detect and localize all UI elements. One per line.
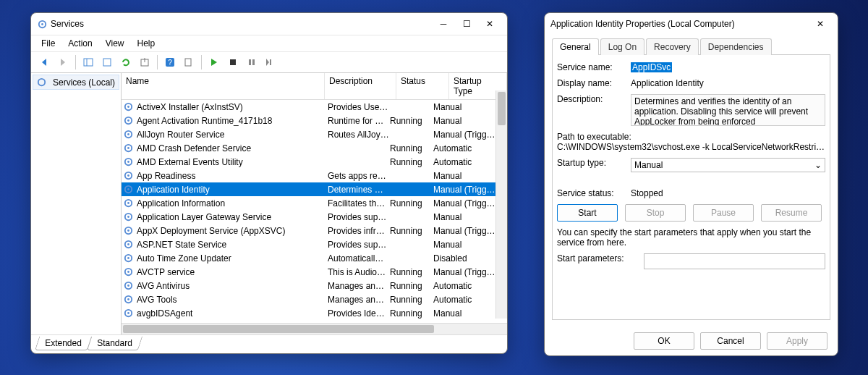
cell-name: Auto Time Zone Updater <box>137 253 328 264</box>
export-button[interactable] <box>136 54 153 71</box>
svg-rect-9 <box>252 59 255 65</box>
cell-description: Facilitates th… <box>328 198 390 208</box>
gear-icon <box>123 308 134 319</box>
start-button[interactable]: Start <box>557 204 618 222</box>
service-row[interactable]: AMD External Events UtilityRunningAutoma… <box>122 155 507 169</box>
restart-service-button[interactable] <box>262 54 279 71</box>
svg-rect-8 <box>249 59 251 65</box>
label-path: Path to executable: <box>557 132 825 142</box>
col-name[interactable]: Name <box>122 73 325 99</box>
gear-icon <box>123 129 134 140</box>
service-row[interactable]: AllJoyn Router ServiceRoutes AllJoy…Manu… <box>122 127 507 141</box>
tab-logon[interactable]: Log On <box>600 38 644 55</box>
cell-status: Running <box>390 157 433 167</box>
service-row[interactable]: Application InformationFacilitates th…Ru… <box>122 196 507 210</box>
col-status[interactable]: Status <box>396 73 449 99</box>
tab-standard[interactable]: Standard <box>87 337 142 350</box>
col-description[interactable]: Description <box>325 73 396 99</box>
svg-rect-4 <box>103 59 111 66</box>
label-start-params: Start parameters: <box>557 253 637 264</box>
cell-name: AVG Antivirus <box>137 281 328 291</box>
rows: ActiveX Installer (AxInstSV)Provides Use… <box>122 100 507 323</box>
svg-point-39 <box>127 285 129 287</box>
service-row[interactable]: avgbIDSAgentProvides Ide…RunningManual <box>122 306 507 320</box>
cell-description: Determines … <box>328 185 390 195</box>
service-row[interactable]: Auto Time Zone UpdaterAutomaticall…Disab… <box>122 251 507 265</box>
scroll-thumb[interactable] <box>498 92 506 125</box>
pause-button: Pause <box>693 204 754 222</box>
value-service-name[interactable]: AppIDSvc <box>631 62 672 72</box>
service-row[interactable]: Application Layer Gateway ServiceProvide… <box>122 210 507 224</box>
cell-description: Provides Ide… <box>328 308 390 319</box>
cell-startup: Manual <box>433 102 506 112</box>
close-button[interactable]: ✕ <box>809 15 832 33</box>
select-value: Manual <box>634 160 663 170</box>
service-row[interactable]: ActiveX Installer (AxInstSV)Provides Use… <box>122 100 507 114</box>
close-button[interactable]: ✕ <box>478 15 501 33</box>
cell-name: AVCTP service <box>137 267 328 277</box>
back-button[interactable] <box>35 54 53 71</box>
props-titlebar[interactable]: Application Identity Properties (Local C… <box>545 13 838 35</box>
tab-label: Standard <box>97 338 132 348</box>
service-row[interactable]: AVG AntivirusManages an…RunningAutomatic <box>122 279 507 292</box>
props-title: Application Identity Properties (Local C… <box>550 19 809 29</box>
services-title: Services <box>51 19 432 29</box>
tab-label: Extended <box>45 338 82 348</box>
service-row[interactable]: ASP.NET State ServiceProvides sup…Manual <box>122 237 507 251</box>
service-row[interactable]: Agent Activation Runtime_4171b18Runtime … <box>122 114 507 127</box>
maximize-button[interactable]: ☐ <box>455 15 478 33</box>
startup-type-select[interactable]: Manual ⌄ <box>631 158 825 172</box>
cancel-button[interactable]: Cancel <box>700 332 761 350</box>
toolbar: ? <box>31 51 507 73</box>
show-hide-tree-button[interactable] <box>80 54 97 71</box>
ok-button[interactable]: OK <box>634 332 694 350</box>
cell-startup: Disabled <box>433 253 506 264</box>
svg-point-1 <box>41 23 43 25</box>
label-service-status: Service status: <box>557 188 624 198</box>
service-row[interactable]: Application IdentityDetermines …Manual (… <box>122 182 507 196</box>
properties-toolbar-button[interactable] <box>98 54 116 71</box>
svg-point-41 <box>127 298 129 300</box>
gear-icon <box>123 225 134 236</box>
cell-startup: Manual (Trigg… <box>433 198 506 208</box>
tab-dependencies[interactable]: Dependencies <box>700 38 772 55</box>
minimize-button[interactable]: ─ <box>432 15 455 33</box>
cell-description: Runtime for … <box>328 116 390 126</box>
cell-description: Routes AllJoy… <box>328 130 390 140</box>
menu-file[interactable]: File <box>37 37 59 50</box>
menu-action[interactable]: Action <box>64 37 96 50</box>
services-titlebar[interactable]: Services ─ ☐ ✕ <box>31 13 507 35</box>
tab-recovery[interactable]: Recovery <box>646 38 699 55</box>
help-button[interactable]: ? <box>161 54 179 71</box>
cell-startup: Manual (Trigg… <box>433 130 506 140</box>
tab-extended[interactable]: Extended <box>35 337 92 350</box>
vertical-scrollbar[interactable] <box>495 90 507 319</box>
svg-point-21 <box>127 161 129 163</box>
tree-item-services-local[interactable]: Services (Local) <box>33 75 119 90</box>
menubar: File Action View Help <box>31 35 507 51</box>
menu-help[interactable]: Help <box>133 37 160 50</box>
value-description[interactable]: Determines and verifies the identity of … <box>631 94 825 126</box>
service-row[interactable]: AMD Crash Defender ServiceRunningAutomat… <box>122 141 507 155</box>
stop-service-button[interactable] <box>224 54 242 71</box>
refresh-button[interactable] <box>117 54 135 71</box>
pause-service-button[interactable] <box>243 54 260 71</box>
start-params-input[interactable] <box>644 253 825 269</box>
horizontal-scrollbar[interactable] <box>122 323 507 334</box>
resume-button: Resume <box>761 204 822 222</box>
service-row[interactable]: AVCTP serviceThis is Audio…RunningManual… <box>122 265 507 279</box>
scroll-thumb[interactable] <box>123 325 434 333</box>
service-row[interactable]: App ReadinessGets apps re…Manual <box>122 169 507 182</box>
svg-rect-7 <box>230 59 236 65</box>
props-button[interactable] <box>180 54 197 71</box>
cell-name: AMD External Events Utility <box>137 157 328 167</box>
svg-rect-10 <box>270 59 271 65</box>
tab-general[interactable]: General <box>552 38 599 55</box>
menu-view[interactable]: View <box>101 37 129 50</box>
start-service-button[interactable] <box>205 54 223 71</box>
svg-point-23 <box>127 174 129 177</box>
forward-button[interactable] <box>54 54 72 71</box>
panel-icon <box>83 57 93 67</box>
service-row[interactable]: AVG ToolsManages an…RunningAutomatic <box>122 292 507 306</box>
service-row[interactable]: AppX Deployment Service (AppXSVC)Provide… <box>122 224 507 237</box>
